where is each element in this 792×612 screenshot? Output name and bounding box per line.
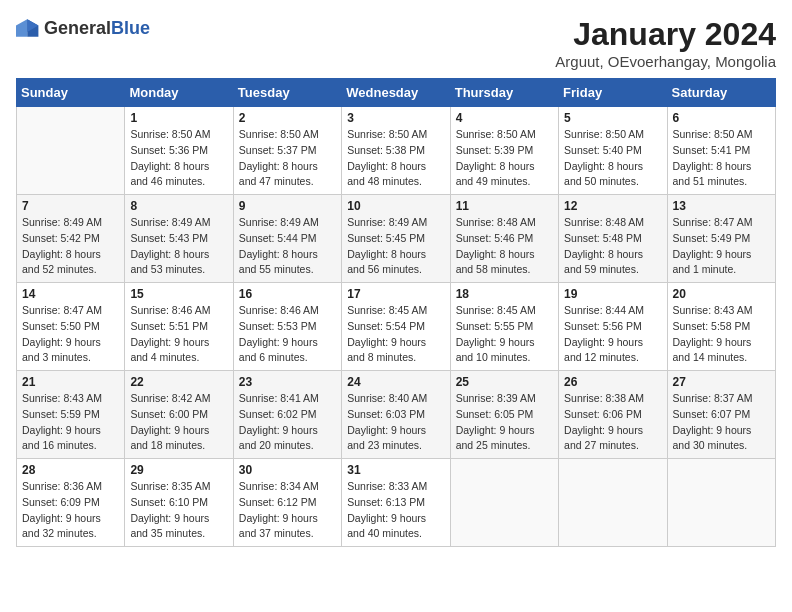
day-header-thursday: Thursday [450, 79, 558, 107]
day-number: 27 [673, 375, 770, 389]
day-header-tuesday: Tuesday [233, 79, 341, 107]
calendar-cell: 23Sunrise: 8:41 AMSunset: 6:02 PMDayligh… [233, 371, 341, 459]
day-number: 23 [239, 375, 336, 389]
day-info: Sunrise: 8:34 AMSunset: 6:12 PMDaylight:… [239, 479, 336, 542]
week-row-2: 7Sunrise: 8:49 AMSunset: 5:42 PMDaylight… [17, 195, 776, 283]
calendar-cell: 4Sunrise: 8:50 AMSunset: 5:39 PMDaylight… [450, 107, 558, 195]
day-header-friday: Friday [559, 79, 667, 107]
calendar-cell: 29Sunrise: 8:35 AMSunset: 6:10 PMDayligh… [125, 459, 233, 547]
day-number: 21 [22, 375, 119, 389]
day-header-saturday: Saturday [667, 79, 775, 107]
day-info: Sunrise: 8:50 AMSunset: 5:39 PMDaylight:… [456, 127, 553, 190]
header-row: SundayMondayTuesdayWednesdayThursdayFrid… [17, 79, 776, 107]
day-info: Sunrise: 8:44 AMSunset: 5:56 PMDaylight:… [564, 303, 661, 366]
day-number: 17 [347, 287, 444, 301]
day-number: 1 [130, 111, 227, 125]
week-row-4: 21Sunrise: 8:43 AMSunset: 5:59 PMDayligh… [17, 371, 776, 459]
day-info: Sunrise: 8:36 AMSunset: 6:09 PMDaylight:… [22, 479, 119, 542]
day-number: 15 [130, 287, 227, 301]
calendar-cell [17, 107, 125, 195]
calendar-cell: 27Sunrise: 8:37 AMSunset: 6:07 PMDayligh… [667, 371, 775, 459]
day-number: 18 [456, 287, 553, 301]
week-row-5: 28Sunrise: 8:36 AMSunset: 6:09 PMDayligh… [17, 459, 776, 547]
day-header-wednesday: Wednesday [342, 79, 450, 107]
calendar-table: SundayMondayTuesdayWednesdayThursdayFrid… [16, 78, 776, 547]
day-number: 28 [22, 463, 119, 477]
day-number: 13 [673, 199, 770, 213]
calendar-cell: 10Sunrise: 8:49 AMSunset: 5:45 PMDayligh… [342, 195, 450, 283]
day-info: Sunrise: 8:45 AMSunset: 5:54 PMDaylight:… [347, 303, 444, 366]
logo-icon [16, 16, 40, 40]
day-number: 12 [564, 199, 661, 213]
day-info: Sunrise: 8:37 AMSunset: 6:07 PMDaylight:… [673, 391, 770, 454]
day-info: Sunrise: 8:47 AMSunset: 5:49 PMDaylight:… [673, 215, 770, 278]
day-info: Sunrise: 8:50 AMSunset: 5:37 PMDaylight:… [239, 127, 336, 190]
day-number: 20 [673, 287, 770, 301]
calendar-cell: 17Sunrise: 8:45 AMSunset: 5:54 PMDayligh… [342, 283, 450, 371]
day-info: Sunrise: 8:40 AMSunset: 6:03 PMDaylight:… [347, 391, 444, 454]
day-number: 14 [22, 287, 119, 301]
calendar-cell [559, 459, 667, 547]
day-number: 11 [456, 199, 553, 213]
day-info: Sunrise: 8:35 AMSunset: 6:10 PMDaylight:… [130, 479, 227, 542]
day-number: 31 [347, 463, 444, 477]
day-header-sunday: Sunday [17, 79, 125, 107]
day-number: 16 [239, 287, 336, 301]
svg-marker-1 [16, 19, 27, 37]
day-info: Sunrise: 8:50 AMSunset: 5:36 PMDaylight:… [130, 127, 227, 190]
day-number: 9 [239, 199, 336, 213]
day-info: Sunrise: 8:49 AMSunset: 5:43 PMDaylight:… [130, 215, 227, 278]
calendar-cell: 22Sunrise: 8:42 AMSunset: 6:00 PMDayligh… [125, 371, 233, 459]
day-info: Sunrise: 8:50 AMSunset: 5:41 PMDaylight:… [673, 127, 770, 190]
calendar-cell: 16Sunrise: 8:46 AMSunset: 5:53 PMDayligh… [233, 283, 341, 371]
calendar-cell: 6Sunrise: 8:50 AMSunset: 5:41 PMDaylight… [667, 107, 775, 195]
day-number: 5 [564, 111, 661, 125]
day-info: Sunrise: 8:50 AMSunset: 5:38 PMDaylight:… [347, 127, 444, 190]
calendar-cell: 30Sunrise: 8:34 AMSunset: 6:12 PMDayligh… [233, 459, 341, 547]
day-header-monday: Monday [125, 79, 233, 107]
title-area: January 2024 Arguut, OEvoerhangay, Mongo… [555, 16, 776, 70]
day-info: Sunrise: 8:49 AMSunset: 5:45 PMDaylight:… [347, 215, 444, 278]
calendar-cell: 26Sunrise: 8:38 AMSunset: 6:06 PMDayligh… [559, 371, 667, 459]
day-number: 19 [564, 287, 661, 301]
day-number: 10 [347, 199, 444, 213]
logo-text: GeneralBlue [44, 18, 150, 39]
day-info: Sunrise: 8:50 AMSunset: 5:40 PMDaylight:… [564, 127, 661, 190]
calendar-cell: 11Sunrise: 8:48 AMSunset: 5:46 PMDayligh… [450, 195, 558, 283]
calendar-cell [450, 459, 558, 547]
day-info: Sunrise: 8:49 AMSunset: 5:44 PMDaylight:… [239, 215, 336, 278]
calendar-cell: 21Sunrise: 8:43 AMSunset: 5:59 PMDayligh… [17, 371, 125, 459]
day-number: 4 [456, 111, 553, 125]
calendar-cell: 3Sunrise: 8:50 AMSunset: 5:38 PMDaylight… [342, 107, 450, 195]
month-title: January 2024 [555, 16, 776, 53]
day-info: Sunrise: 8:43 AMSunset: 5:58 PMDaylight:… [673, 303, 770, 366]
logo-blue: Blue [111, 18, 150, 38]
day-info: Sunrise: 8:38 AMSunset: 6:06 PMDaylight:… [564, 391, 661, 454]
day-info: Sunrise: 8:41 AMSunset: 6:02 PMDaylight:… [239, 391, 336, 454]
calendar-cell: 7Sunrise: 8:49 AMSunset: 5:42 PMDaylight… [17, 195, 125, 283]
logo-general: General [44, 18, 111, 38]
calendar-cell: 2Sunrise: 8:50 AMSunset: 5:37 PMDaylight… [233, 107, 341, 195]
calendar-cell: 14Sunrise: 8:47 AMSunset: 5:50 PMDayligh… [17, 283, 125, 371]
day-number: 25 [456, 375, 553, 389]
day-number: 6 [673, 111, 770, 125]
day-info: Sunrise: 8:39 AMSunset: 6:05 PMDaylight:… [456, 391, 553, 454]
day-info: Sunrise: 8:43 AMSunset: 5:59 PMDaylight:… [22, 391, 119, 454]
calendar-cell: 24Sunrise: 8:40 AMSunset: 6:03 PMDayligh… [342, 371, 450, 459]
day-number: 26 [564, 375, 661, 389]
calendar-cell: 13Sunrise: 8:47 AMSunset: 5:49 PMDayligh… [667, 195, 775, 283]
calendar-cell [667, 459, 775, 547]
calendar-cell: 15Sunrise: 8:46 AMSunset: 5:51 PMDayligh… [125, 283, 233, 371]
day-number: 24 [347, 375, 444, 389]
day-number: 8 [130, 199, 227, 213]
calendar-cell: 1Sunrise: 8:50 AMSunset: 5:36 PMDaylight… [125, 107, 233, 195]
location-subtitle: Arguut, OEvoerhangay, Mongolia [555, 53, 776, 70]
logo: GeneralBlue [16, 16, 150, 40]
week-row-3: 14Sunrise: 8:47 AMSunset: 5:50 PMDayligh… [17, 283, 776, 371]
day-info: Sunrise: 8:46 AMSunset: 5:51 PMDaylight:… [130, 303, 227, 366]
calendar-cell: 20Sunrise: 8:43 AMSunset: 5:58 PMDayligh… [667, 283, 775, 371]
day-number: 2 [239, 111, 336, 125]
header: GeneralBlue January 2024 Arguut, OEvoerh… [16, 16, 776, 70]
calendar-cell: 8Sunrise: 8:49 AMSunset: 5:43 PMDaylight… [125, 195, 233, 283]
calendar-cell: 12Sunrise: 8:48 AMSunset: 5:48 PMDayligh… [559, 195, 667, 283]
